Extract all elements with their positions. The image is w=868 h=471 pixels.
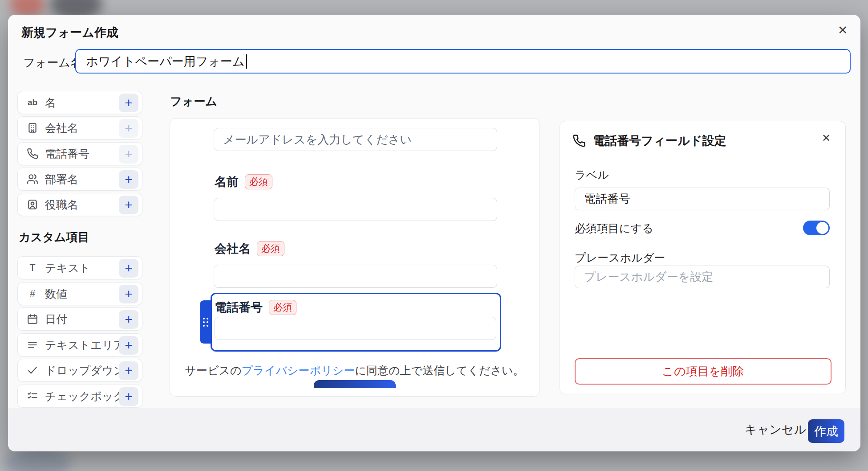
building-icon [26, 122, 39, 134]
sidebar-item-label: 日付 [45, 312, 67, 327]
create-button[interactable]: 作成 [808, 419, 844, 443]
form-name-label: フォーム名 [23, 55, 82, 70]
id-badge-icon [26, 199, 39, 210]
preview-heading: フォーム [170, 94, 217, 109]
form-name-input[interactable]: ホワイトペーパー用フォーム [75, 49, 851, 74]
field-label-company: 会社名 必須 [215, 241, 284, 257]
field-label-text: 電話番号 [215, 299, 263, 315]
ab-text-icon: ab [26, 98, 39, 107]
drag-handle[interactable] [200, 300, 211, 344]
textarea-icon [26, 339, 39, 351]
sidebar-item-label: 部署名 [45, 172, 78, 187]
field-label-text: 名前 [215, 174, 239, 190]
email-input[interactable] [214, 128, 497, 151]
hash-icon: # [26, 288, 39, 299]
company-input[interactable] [214, 265, 497, 288]
required-toggle-label: 必須項目にする [575, 221, 653, 236]
settings-title: 電話番号フィールド設定 [593, 133, 726, 149]
users-icon [26, 173, 39, 185]
preview-submit-button[interactable]: 送信する [314, 380, 396, 388]
sidebar-item-label: 名 [45, 95, 56, 110]
screen: 新規フォーム作成 ✕ フォーム名 ホワイトペーパー用フォーム ab 名 + 会社… [0, 0, 868, 471]
add-field-button[interactable]: + [119, 196, 138, 214]
sidebar-item-label: 会社名 [45, 121, 78, 135]
dialog-title: 新規フォーム作成 [21, 25, 118, 41]
field-label-name: 名前 必須 [215, 174, 272, 190]
calendar-icon [26, 313, 39, 325]
add-field-button[interactable]: + [119, 259, 138, 278]
sidebar-item-phone[interactable]: 電話番号 + [17, 142, 142, 165]
placeholder-field-label: プレースホルダー [575, 250, 665, 265]
add-field-button[interactable]: + [119, 94, 138, 112]
privacy-policy-link[interactable]: プライバシーポリシー [242, 364, 355, 377]
form-preview-card: 名前 必須 会社名 必須 電話番号 必須 [170, 118, 540, 397]
form-name-value: ホワイトペーパー用フォーム [86, 53, 245, 70]
delete-field-button[interactable]: この項目を削除 [575, 358, 831, 385]
custom-section-title: カスタム項目 [19, 229, 89, 245]
sidebar-item-dropdown[interactable]: ドロップダウン + [17, 359, 142, 382]
sidebar-item-department[interactable]: 部署名 + [17, 168, 142, 191]
add-field-button[interactable]: + [119, 336, 138, 355]
sidebar-item-label: 数値 [45, 287, 67, 301]
sidebar-item-label: テキスト [45, 261, 90, 275]
add-field-button[interactable]: + [119, 387, 138, 406]
cancel-button[interactable]: キャンセル [745, 422, 806, 438]
dialog-footer: キャンセル 作成 [8, 408, 860, 451]
privacy-suffix: に同意の上で送信してください。 [355, 364, 524, 377]
add-field-button[interactable]: + [119, 361, 138, 380]
sidebar-item-number[interactable]: # 数値 + [17, 282, 142, 305]
create-form-dialog: 新規フォーム作成 ✕ フォーム名 ホワイトペーパー用フォーム ab 名 + 会社… [8, 15, 860, 451]
add-field-button[interactable]: + [119, 285, 138, 303]
dialog-body: ab 名 + 会社名 + 電話番号 + [8, 85, 860, 408]
text-caret [246, 54, 247, 69]
label-field-label: ラベル [575, 168, 609, 182]
text-icon: T [26, 262, 39, 274]
phone-icon [572, 134, 586, 147]
toggle-knob [816, 222, 828, 234]
form-preview-scroll[interactable]: 名前 必須 会社名 必須 電話番号 必須 [170, 128, 539, 388]
sidebar-item-job-title[interactable]: 役職名 + [17, 193, 142, 216]
sidebar-item-first-name[interactable]: ab 名 + [17, 91, 142, 114]
selected-phone-field[interactable]: 電話番号 必須 [211, 293, 501, 352]
check-icon [26, 365, 39, 376]
sidebar-item-textarea[interactable]: テキストエリア + [17, 333, 142, 356]
sidebar-item-label: テキストエリア [45, 338, 125, 352]
label-field-input[interactable] [575, 188, 830, 210]
name-input[interactable] [214, 198, 497, 221]
phone-input[interactable] [215, 317, 496, 340]
settings-header: 電話番号フィールド設定 [572, 133, 726, 149]
required-badge: 必須 [269, 300, 296, 315]
phone-icon [26, 148, 39, 160]
add-field-button-disabled: + [119, 145, 138, 164]
settings-close-icon[interactable]: ✕ [822, 133, 831, 143]
field-label-text: 会社名 [215, 241, 251, 257]
sidebar-item-company[interactable]: 会社名 + [17, 116, 142, 139]
sidebar-item-label: ドロップダウン [45, 363, 125, 378]
required-badge: 必須 [257, 241, 284, 256]
placeholder-field-input[interactable] [575, 266, 830, 288]
add-field-button[interactable]: + [119, 310, 138, 329]
sidebar-item-text[interactable]: T テキスト + [17, 256, 142, 279]
add-field-button-disabled: + [119, 119, 138, 138]
required-badge: 必須 [245, 174, 272, 189]
dialog-close-icon[interactable]: ✕ [838, 25, 848, 37]
sidebar-item-label: 役職名 [45, 197, 78, 212]
privacy-prefix: サービスの [185, 364, 241, 377]
checklist-icon [26, 390, 39, 402]
required-toggle[interactable] [803, 221, 830, 235]
sidebar-item-date[interactable]: 日付 + [17, 307, 142, 331]
privacy-note: サービスのプライバシーポリシーに同意の上で送信してください。 [170, 363, 539, 378]
phone-field-settings-panel: 電話番号フィールド設定 ✕ ラベル 必須項目にする プレースホルダー この項目を… [560, 121, 846, 394]
sidebar-item-label: 電話番号 [45, 147, 89, 161]
sidebar-item-checkbox[interactable]: チェックボックス + [17, 385, 142, 408]
drag-dots-icon [203, 318, 208, 327]
field-label-phone: 電話番号 必須 [215, 299, 296, 315]
add-field-button[interactable]: + [119, 170, 138, 189]
